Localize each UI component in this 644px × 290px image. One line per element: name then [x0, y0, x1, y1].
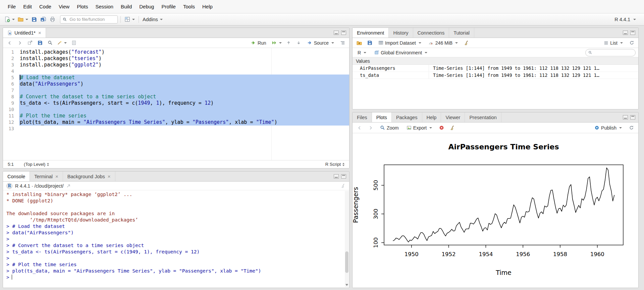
addins-button[interactable]: Addins [142, 15, 164, 24]
code-line[interactable]: 5# Load the dataset [3, 75, 349, 81]
environment-scope-selector[interactable]: Global Environment [372, 49, 430, 56]
load-workspace-button[interactable] [355, 39, 363, 47]
code-line[interactable]: 1install.packages("forecast") [3, 49, 349, 55]
environment-value-row[interactable]: AirPassengersTime-Series [1:144] from 19… [353, 65, 638, 72]
menu-plots[interactable]: Plots [73, 0, 92, 13]
clear-all-plots-button[interactable] [448, 124, 457, 132]
tab-presentation[interactable]: Presentation [465, 112, 501, 122]
code-tools-button[interactable] [56, 39, 68, 47]
tab-terminal[interactable]: Terminal× [30, 172, 63, 181]
popout-button[interactable] [26, 39, 34, 47]
maximize-icon[interactable] [341, 174, 346, 179]
code-line[interactable]: 3install.packages("ggplot2") [3, 62, 349, 68]
scrollbar-thumb[interactable] [345, 251, 348, 273]
minimize-icon[interactable] [623, 115, 628, 119]
menu-tools[interactable]: Tools [179, 0, 199, 13]
print-button[interactable] [48, 15, 56, 24]
save-workspace-button[interactable] [366, 39, 374, 47]
maximize-icon[interactable] [341, 31, 346, 35]
goto-file-search[interactable] [60, 15, 118, 23]
close-icon[interactable]: × [108, 174, 111, 179]
menu-file[interactable]: File [4, 0, 19, 13]
code-line[interactable]: 11# Plot the time series [3, 113, 349, 119]
menu-code[interactable]: Code [36, 0, 55, 13]
document-outline-button[interactable] [338, 39, 346, 47]
next-plot-button[interactable] [367, 124, 375, 132]
goto-file-input[interactable] [69, 16, 115, 22]
menu-debug[interactable]: Debug [136, 0, 158, 13]
new-file-button[interactable] [3, 15, 16, 24]
environment-value-row[interactable]: ts_dataTime-Series [1:144] from 1949 to … [353, 72, 638, 79]
code-line[interactable]: 9ts_data <- ts(AirPassengers, start = c(… [3, 100, 349, 106]
code-line[interactable]: 13 [3, 126, 349, 132]
maximize-icon[interactable] [630, 115, 635, 119]
clear-console-broom-icon[interactable] [341, 183, 346, 188]
minimize-icon[interactable] [623, 31, 628, 35]
export-button[interactable]: Export [404, 125, 434, 131]
save-button[interactable] [30, 15, 38, 24]
scroll-down-icon[interactable] [345, 284, 348, 286]
console-output[interactable]: * installing *binary* package ‘ggplot2’ … [3, 190, 349, 288]
menu-profile[interactable]: Profile [158, 0, 179, 13]
pane-layout-button[interactable] [123, 15, 136, 24]
tab-history[interactable]: History [389, 28, 413, 38]
code-line[interactable]: 12plot(ts_data, main = "AirPassengers Ti… [3, 119, 349, 126]
forward-button[interactable] [16, 39, 24, 47]
code-line[interactable]: 2install.packages("tseries") [3, 55, 349, 62]
save-source-button[interactable] [36, 39, 44, 47]
minimize-icon[interactable] [334, 31, 339, 35]
environment-search[interactable] [585, 49, 636, 56]
menu-session[interactable]: Session [92, 0, 117, 13]
tab-tutorial[interactable]: Tutorial [449, 28, 474, 38]
language-selector[interactable]: R [355, 49, 369, 56]
tab-environment[interactable]: Environment [353, 28, 389, 38]
project-version-button[interactable]: R 4.4.1 [614, 17, 636, 22]
go-next-chunk-button[interactable] [295, 39, 303, 47]
menu-help[interactable]: Help [199, 0, 216, 13]
memory-usage-button[interactable]: 246 MiB [426, 40, 460, 46]
previous-plot-button[interactable] [356, 124, 364, 132]
tab-files[interactable]: Files [353, 112, 372, 122]
code-line[interactable]: 7 [3, 87, 349, 94]
refresh-environment-button[interactable] [628, 39, 636, 47]
rerun-button[interactable] [271, 39, 283, 47]
remove-plot-button[interactable] [437, 124, 445, 132]
open-file-button[interactable] [17, 15, 29, 24]
back-button[interactable] [6, 39, 14, 47]
minimize-icon[interactable] [334, 174, 339, 179]
clear-environment-button[interactable] [463, 39, 471, 47]
source-button[interactable]: Source [305, 40, 336, 46]
view-mode-button[interactable]: List [601, 40, 625, 46]
code-line[interactable]: 10 [3, 106, 349, 113]
console-scrollbar[interactable] [345, 191, 349, 287]
environment-search-input[interactable] [594, 50, 633, 55]
popout-arrow-icon[interactable] [66, 184, 70, 188]
menu-edit[interactable]: Edit [19, 0, 36, 13]
close-icon[interactable]: × [38, 30, 41, 36]
tab-console[interactable]: Console [3, 172, 30, 181]
tab-viewer[interactable]: Viewer [441, 112, 465, 122]
code-editor[interactable]: 1install.packages("forecast")2install.pa… [3, 48, 349, 160]
scope-selector[interactable]: (Top Level) [24, 162, 49, 167]
tab-packages[interactable]: Packages [392, 112, 422, 122]
compile-report-button[interactable] [70, 39, 78, 47]
go-prev-chunk-button[interactable] [285, 39, 293, 47]
menu-view[interactable]: View [55, 0, 73, 13]
code-line[interactable]: 6data("AirPassengers") [3, 81, 349, 87]
publish-button[interactable]: Publish [592, 125, 624, 131]
refresh-plot-button[interactable] [627, 124, 635, 132]
import-dataset-button[interactable]: Import Dataset [376, 40, 424, 46]
tab-plots[interactable]: Plots [372, 112, 392, 122]
tab-untitled1-[interactable]: RUntitled1*× [3, 28, 46, 38]
tab-connections[interactable]: Connections [413, 28, 449, 38]
code-line[interactable]: 8# Convert the dataset to a time series … [3, 94, 349, 100]
tab-help[interactable]: Help [422, 112, 441, 122]
run-button[interactable]: Run [249, 40, 269, 46]
zoom-button[interactable]: Zoom [378, 125, 401, 131]
menu-build[interactable]: Build [117, 0, 136, 13]
tab-background-jobs[interactable]: Background Jobs× [63, 172, 115, 181]
code-line[interactable]: 4 [3, 68, 349, 75]
save-all-button[interactable] [39, 15, 47, 24]
close-icon[interactable]: × [55, 174, 58, 179]
file-type-selector[interactable]: R Script [325, 162, 344, 167]
